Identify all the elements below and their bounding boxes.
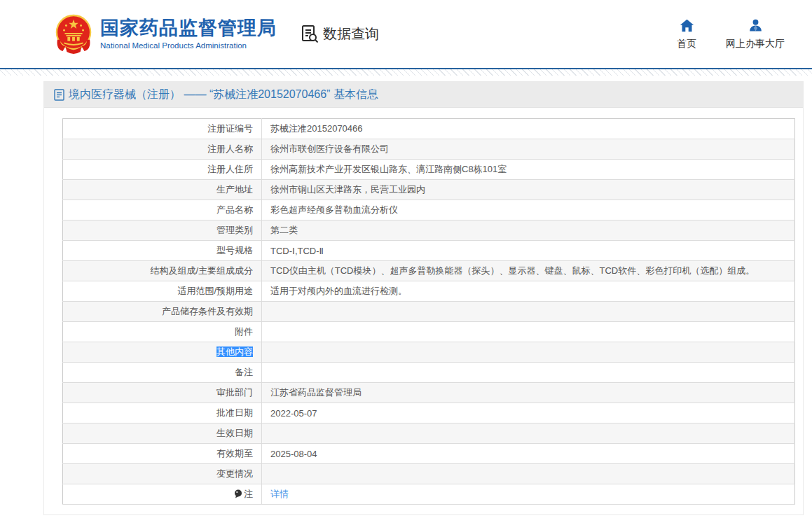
- row-value: 第二类: [262, 220, 795, 241]
- row-value: 苏械注准20152070466: [262, 119, 795, 139]
- table-row: 型号规格TCD-Ⅰ,TCD-Ⅱ: [63, 241, 795, 261]
- row-label: 注: [63, 484, 262, 505]
- row-value: 徐州市联创医疗设备有限公司: [262, 139, 795, 160]
- table-row: 注册人住所徐州高新技术产业开发区银山路东、漓江路南侧C8栋101室: [63, 160, 795, 180]
- row-value: 2022-05-07: [262, 403, 795, 424]
- row-label: 生产地址: [63, 180, 262, 200]
- nav-item-label: 网上办事大厅: [726, 38, 785, 50]
- row-label: 备注: [63, 363, 262, 383]
- row-value: 2025-08-04: [262, 444, 795, 464]
- row-label: 结构及组成/主要组成成分: [63, 261, 262, 281]
- panel-titlebar: 境内医疗器械（注册） —— “苏械注准20152070466” 基本信息: [44, 82, 803, 108]
- detail-panel: 境内医疗器械（注册） —— “苏械注准20152070466” 基本信息 注册证…: [43, 81, 804, 515]
- table-row: 批准日期2022-05-07: [63, 403, 795, 424]
- row-value: 详情: [262, 484, 795, 505]
- row-label: 产品储存条件及有效期: [63, 302, 262, 322]
- row-label: 生效日期: [63, 424, 262, 444]
- table-row: 产品储存条件及有效期: [63, 302, 795, 322]
- row-value: [262, 302, 795, 322]
- table-row: 注册证编号苏械注准20152070466: [63, 119, 795, 139]
- row-value: 徐州市铜山区天津路东，民营工业园内: [262, 180, 795, 200]
- row-label: 注册人住所: [63, 160, 262, 180]
- detail-link[interactable]: 详情: [270, 489, 289, 499]
- row-label: 注册人名称: [63, 139, 262, 160]
- row-label: 附件: [63, 322, 262, 342]
- table-row: 管理类别第二类: [63, 220, 795, 241]
- registration-info-table: 注册证编号苏械注准20152070466注册人名称徐州市联创医疗设备有限公司注册…: [62, 118, 795, 505]
- row-value: [262, 464, 795, 484]
- row-label: 批准日期: [63, 403, 262, 424]
- national-emblem-logo: [55, 14, 92, 55]
- row-value: [262, 322, 795, 342]
- row-value: 适用于对颅内外的血流进行检测。: [262, 281, 795, 302]
- row-value: [262, 424, 795, 444]
- table-row: 结构及组成/主要组成成分TCD仪由主机（TCD模块）、超声多普勒换能器（探头）、…: [63, 261, 795, 281]
- home-icon: [680, 18, 694, 33]
- row-label: 适用范围/预期用途: [63, 281, 262, 302]
- row-value: 徐州高新技术产业开发区银山路东、漓江路南侧C8栋101室: [262, 160, 795, 180]
- row-label: 型号规格: [63, 241, 262, 261]
- row-label: 审批部门: [63, 383, 262, 403]
- data-query-section[interactable]: 数据查询: [301, 24, 379, 43]
- document-search-icon: [301, 24, 319, 43]
- table-row: 适用范围/预期用途适用于对颅内外的血流进行检测。: [63, 281, 795, 302]
- row-label: 产品名称: [63, 200, 262, 220]
- row-label: 管理类别: [63, 220, 262, 241]
- table-row: 变更情况: [63, 464, 795, 484]
- nav-item-service-hall[interactable]: 网上办事大厅: [726, 18, 785, 50]
- table-row: 备注: [63, 363, 795, 383]
- row-value: 彩色超声经颅多普勒血流分析仪: [262, 200, 795, 220]
- table-row: 生产地址徐州市铜山区天津路东，民营工业园内: [63, 180, 795, 200]
- org-name: 国家药品监督管理局 National Medical Products Admi…: [100, 18, 277, 50]
- table-row: 附件: [63, 322, 795, 342]
- data-query-label: 数据查询: [323, 24, 379, 43]
- org-name-cn: 国家药品监督管理局: [100, 18, 277, 39]
- selected-text: 其他内容: [216, 346, 253, 357]
- table-row: 有效期至2025-08-04: [63, 444, 795, 464]
- org-name-en: National Medical Products Administration: [100, 41, 277, 50]
- table-row: 其他内容: [63, 342, 795, 363]
- table-row: 注详情: [63, 484, 795, 505]
- table-row: 注册人名称徐州市联创医疗设备有限公司: [63, 139, 795, 160]
- site-header: 国家药品监督管理局 National Medical Products Admi…: [0, 0, 812, 68]
- row-value: [262, 363, 795, 383]
- row-label: 其他内容: [63, 342, 262, 363]
- document-icon: [54, 89, 64, 101]
- table-row: 产品名称彩色超声经颅多普勒血流分析仪: [63, 200, 795, 220]
- nav-item-label: 首页: [677, 38, 696, 50]
- page-title: 境内医疗器械（注册） —— “苏械注准20152070466” 基本信息: [69, 88, 378, 102]
- header-separator-hatch: [0, 69, 812, 76]
- table-row: 审批部门江苏省药品监督管理局: [63, 383, 795, 403]
- balloon-icon: [234, 489, 242, 500]
- row-label: 有效期至: [63, 444, 262, 464]
- table-row: 生效日期: [63, 424, 795, 444]
- row-value: TCD仪由主机（TCD模块）、超声多普勒换能器（探头）、显示器、键盘、鼠标、TC…: [262, 261, 795, 281]
- row-value: [262, 342, 795, 363]
- row-label: 注册证编号: [63, 119, 262, 139]
- row-label: 变更情况: [63, 464, 262, 484]
- user-icon: [748, 18, 763, 33]
- row-value: TCD-Ⅰ,TCD-Ⅱ: [262, 241, 795, 261]
- top-nav: 首页 网上办事大厅: [677, 18, 785, 50]
- nav-item-home[interactable]: 首页: [677, 18, 696, 50]
- row-value: 江苏省药品监督管理局: [262, 383, 795, 403]
